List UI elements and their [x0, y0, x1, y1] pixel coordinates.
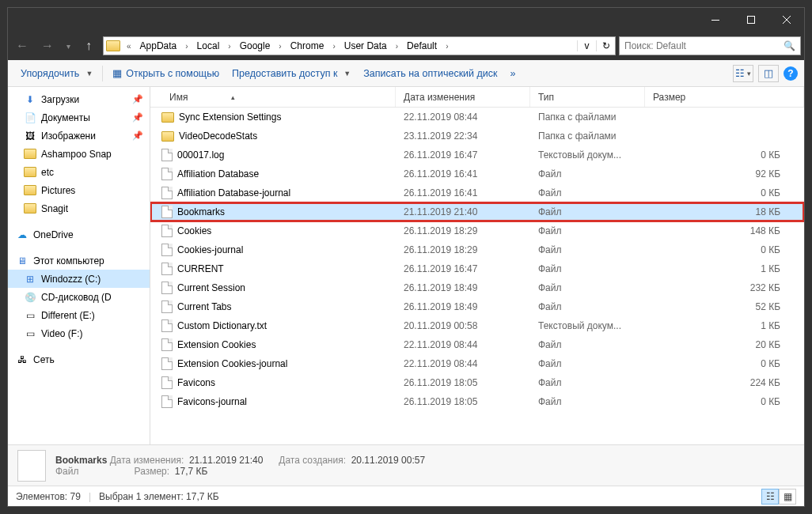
- file-name: Custom Dictionary.txt: [177, 320, 267, 331]
- tree-cd[interactable]: 💿CD-дисковод (D: [8, 288, 150, 306]
- file-size: 232 КБ: [645, 282, 804, 293]
- file-row[interactable]: Current Tabs26.11.2019 18:49Файл52 КБ: [150, 297, 804, 316]
- maximize-button[interactable]: [733, 8, 768, 32]
- tree-downloads[interactable]: ⬇Загрузки📌: [8, 90, 150, 108]
- file-icon: [161, 168, 173, 180]
- pin-icon: 📌: [132, 94, 143, 104]
- breadcrumb-overflow[interactable]: «: [123, 42, 135, 51]
- breadcrumb-item[interactable]: Local: [192, 37, 225, 55]
- back-button[interactable]: ←: [11, 35, 33, 57]
- file-icon: [161, 225, 173, 237]
- file-icon: [161, 244, 173, 256]
- icons-view-button[interactable]: ▦: [779, 489, 796, 505]
- details-created-label: Дата создания:: [279, 455, 346, 466]
- tree-onedrive[interactable]: ☁OneDrive: [8, 225, 150, 244]
- file-row[interactable]: Sync Extension Settings22.11.2019 08:44П…: [150, 108, 804, 127]
- toolbar-overflow[interactable]: »: [504, 65, 522, 82]
- file-row[interactable]: VideoDecodeStats23.11.2019 22:34Папка с …: [150, 127, 804, 146]
- tree-etc[interactable]: etc: [8, 163, 150, 181]
- breadcrumb-item[interactable]: Chrome: [286, 37, 329, 55]
- status-selection: Выбран 1 элемент: 17,7 КБ: [99, 491, 219, 502]
- file-row[interactable]: Current Session26.11.2019 18:49Файл232 К…: [150, 278, 804, 297]
- explorer-window: ← → ▾ ↑ « AppData› Local› Google› Chrome…: [7, 7, 805, 507]
- tree-drive-c[interactable]: ⊞Windozzz (C:): [8, 270, 150, 288]
- column-date[interactable]: Дата изменения: [396, 87, 530, 107]
- details-created-value: 20.11.2019 00:57: [351, 455, 425, 466]
- breadcrumb[interactable]: « AppData› Local› Google› Chrome› User D…: [103, 36, 616, 55]
- refresh-button[interactable]: ↻: [596, 40, 615, 51]
- file-icon: [161, 263, 173, 275]
- file-row[interactable]: Extension Cookies22.11.2019 08:44Файл20 …: [150, 335, 804, 354]
- file-date: 26.11.2019 18:05: [396, 396, 530, 407]
- tree-snagit[interactable]: Snagit: [8, 199, 150, 217]
- file-type: Текстовый докум...: [530, 149, 645, 161]
- file-row[interactable]: 000017.log26.11.2019 16:47Текстовый доку…: [150, 146, 804, 164]
- file-type: Файл: [530, 339, 645, 350]
- folder-icon: [24, 203, 36, 214]
- breadcrumb-item[interactable]: Google: [235, 37, 275, 55]
- content-area: ⬇Загрузки📌 📄Документы📌 🖼Изображени📌 Asha…: [8, 87, 804, 444]
- file-date: 26.11.2019 18:29: [396, 225, 530, 236]
- tree-documents[interactable]: 📄Документы📌: [8, 108, 150, 127]
- breadcrumb-item[interactable]: AppData: [135, 37, 182, 55]
- file-row[interactable]: Affiliation Database-journal26.11.2019 1…: [150, 183, 804, 202]
- history-dropdown[interactable]: ▾: [62, 35, 74, 57]
- column-type[interactable]: Тип: [530, 87, 645, 107]
- column-size[interactable]: Размер: [645, 87, 804, 107]
- file-row[interactable]: Custom Dictionary.txt20.11.2019 00:58Тек…: [150, 316, 804, 335]
- details-view-button[interactable]: ☷: [761, 489, 779, 505]
- onedrive-icon: ☁: [16, 229, 28, 240]
- file-row[interactable]: Cookies26.11.2019 18:29Файл148 КБ: [150, 221, 804, 240]
- help-button[interactable]: ?: [784, 66, 798, 81]
- tree-network[interactable]: 🖧Сеть: [8, 350, 150, 368]
- search-box[interactable]: 🔍: [619, 36, 801, 55]
- file-icon: [161, 357, 173, 370]
- share-menu[interactable]: Предоставить доступ к▼: [226, 65, 357, 82]
- file-row[interactable]: Bookmarks21.11.2019 21:40Файл18 КБ: [150, 202, 804, 221]
- folder-icon: [24, 149, 36, 159]
- address-dropdown[interactable]: v: [577, 40, 596, 51]
- app-icon: ▦: [112, 67, 122, 79]
- breadcrumb-item[interactable]: User Data: [340, 37, 392, 55]
- tree-this-pc[interactable]: 🖥Этот компьютер: [8, 251, 150, 270]
- breadcrumb-item[interactable]: Default: [402, 37, 442, 55]
- file-row[interactable]: CURRENT26.11.2019 16:47Файл1 КБ: [150, 259, 804, 278]
- organize-menu[interactable]: Упорядочить▼: [14, 65, 99, 82]
- file-type: Файл: [530, 187, 645, 198]
- tree-drive-f[interactable]: ▭Video (F:): [8, 324, 150, 342]
- file-name: Extension Cookies: [177, 339, 256, 350]
- file-size: 0 КБ: [645, 358, 804, 369]
- details-filename: Bookmarks: [55, 455, 107, 466]
- navigation-tree[interactable]: ⬇Загрузки📌 📄Документы📌 🖼Изображени📌 Asha…: [8, 87, 150, 444]
- search-icon[interactable]: 🔍: [784, 40, 795, 51]
- close-button[interactable]: [768, 8, 804, 32]
- forward-button[interactable]: →: [36, 35, 59, 57]
- file-row[interactable]: Favicons26.11.2019 18:05Файл224 КБ: [150, 373, 804, 392]
- file-date: 26.11.2019 16:47: [396, 263, 530, 274]
- file-type: Файл: [530, 301, 645, 312]
- view-mode-button[interactable]: ☷▾: [733, 65, 753, 82]
- preview-pane-button[interactable]: ◫: [758, 65, 779, 82]
- tree-images-lib[interactable]: 🖼Изображени📌: [8, 127, 150, 145]
- titlebar[interactable]: [8, 8, 804, 32]
- minimize-button[interactable]: [697, 8, 733, 32]
- column-name[interactable]: Имя▴: [150, 87, 396, 107]
- tree-ashampoo[interactable]: Ashampoo Snap: [8, 145, 150, 163]
- file-list[interactable]: Sync Extension Settings22.11.2019 08:44П…: [150, 108, 804, 444]
- details-mod-value: 21.11.2019 21:40: [189, 455, 263, 466]
- tree-pictures[interactable]: Pictures: [8, 181, 150, 199]
- file-row[interactable]: Affiliation Database26.11.2019 16:41Файл…: [150, 164, 804, 183]
- file-type: Файл: [530, 206, 645, 217]
- file-row[interactable]: Favicons-journal26.11.2019 18:05Файл0 КБ: [150, 392, 804, 411]
- up-button[interactable]: ↑: [78, 35, 100, 57]
- file-name: Bookmarks: [177, 206, 225, 217]
- file-row[interactable]: Extension Cookies-journal22.11.2019 08:4…: [150, 354, 804, 373]
- tree-drive-e[interactable]: ▭Different (E:): [8, 306, 150, 324]
- folder-icon: [106, 40, 120, 51]
- open-with-button[interactable]: ▦Открыть с помощью: [106, 64, 226, 82]
- burn-button[interactable]: Записать на оптический диск: [357, 65, 503, 82]
- search-input[interactable]: [624, 40, 784, 51]
- file-type: Папка с файлами: [530, 111, 645, 123]
- file-row[interactable]: Cookies-journal26.11.2019 18:29Файл0 КБ: [150, 240, 804, 259]
- file-size: 0 КБ: [645, 244, 804, 255]
